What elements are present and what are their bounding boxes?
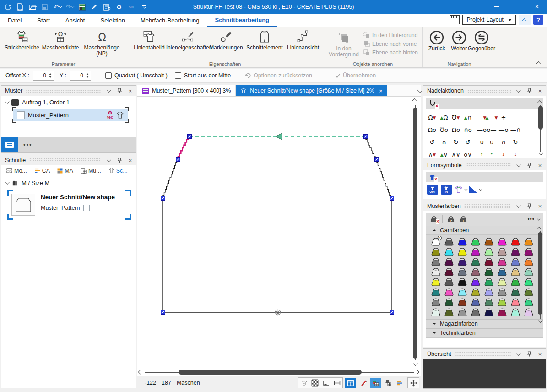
yarn-color-swatch[interactable] — [522, 297, 535, 307]
needle-action-symbol[interactable]: ↓ — [498, 148, 509, 161]
canvas-horizontal-scrollbar[interactable] — [137, 369, 421, 376]
tab-ca[interactable]: CA — [31, 165, 53, 176]
yarn-color-swatch[interactable] — [469, 277, 482, 287]
document-tab-muster-pattern[interactable]: Muster_Pattern [300 x 400] 3% — [137, 85, 236, 96]
scroll-left-icon[interactable] — [138, 370, 143, 375]
settings-gear-icon[interactable]: ⚙ — [114, 1, 125, 12]
document-tab-neuer-schnitt[interactable]: Neuer Schnitt/New shape [Größe M / Size … — [236, 85, 387, 96]
needle-action-symbol[interactable]: ↻ — [509, 136, 521, 148]
color-table-icon[interactable] — [370, 378, 381, 388]
yarn-color-swatch[interactable] — [509, 307, 522, 317]
yarn-color-swatch[interactable] — [429, 287, 442, 297]
panel-pin-icon[interactable] — [525, 87, 533, 95]
size-tree-item[interactable]: M / Size M — [1, 176, 136, 188]
yarn-color-swatch[interactable] — [482, 237, 495, 247]
ribbon-button-linieneigenschaften[interactable]: Linieneigenschaften — [168, 27, 207, 60]
yarn-color-swatch[interactable] — [469, 297, 482, 307]
yarn-color-swatch[interactable] — [522, 287, 535, 297]
vertex-handle[interactable] — [390, 196, 394, 201]
yarn-color-swatch[interactable] — [469, 257, 482, 267]
yarn-color-swatch[interactable] — [429, 267, 442, 277]
shape-edge[interactable] — [178, 136, 190, 159]
yarn-color-swatch[interactable] — [482, 307, 495, 317]
order-tree-item[interactable]: Auftrag 1, Order 1 — [1, 96, 136, 108]
needle-action-symbol[interactable]: ∩ — [438, 136, 450, 148]
cone-table-icon[interactable] — [382, 378, 393, 388]
needle-action-symbol[interactable]: ↻ — [450, 136, 462, 148]
clear-form-symbol-icon[interactable]: × — [429, 174, 436, 181]
ribbon-button-weiter[interactable]: Weiter — [448, 27, 471, 60]
offset-y-input[interactable]: 0 — [70, 71, 91, 81]
yarn-color-swatch[interactable] — [442, 307, 455, 317]
yarn-color-swatch[interactable] — [442, 277, 455, 287]
scroll-down-icon[interactable] — [538, 318, 543, 323]
panel-menu-icon[interactable] — [104, 87, 112, 95]
ribbon-button-in-den-vordergrund[interactable]: In den Vordergrund — [326, 27, 362, 60]
help-button[interactable]: ? — [533, 15, 543, 25]
panel-menu-icon[interactable] — [104, 157, 112, 164]
cone-properties-icon[interactable]: P — [447, 216, 455, 223]
yarn-color-swatch[interactable]: ✓ — [429, 237, 442, 247]
panel-close-icon[interactable]: × — [536, 350, 544, 358]
panel-grip[interactable] — [467, 89, 511, 93]
redo-icon[interactable]: ↷ — [64, 1, 75, 12]
needle-action-symbol[interactable]: o— — [486, 124, 498, 136]
yarn-color-swatch[interactable] — [442, 297, 455, 307]
vertex-handle[interactable] — [161, 196, 165, 201]
yarn-color-swatch[interactable] — [495, 247, 509, 257]
cone-add-icon[interactable]: + — [459, 216, 467, 223]
yarn-color-swatch[interactable] — [522, 267, 535, 277]
report-icon[interactable] — [101, 1, 112, 12]
more-options-icon[interactable]: ••• — [527, 216, 539, 223]
scroll-down-icon[interactable] — [539, 151, 543, 155]
ribbon-button-ebene-nach-hinten[interactable]: Ebene nach hinten — [363, 49, 418, 56]
technikfarben-section-header[interactable]: Technikfarben — [426, 328, 543, 338]
needle-action-symbol[interactable]: Ω▼ — [426, 111, 438, 124]
ribbon-button-zurueck[interactable]: Zurück — [426, 27, 448, 60]
menu-tab-selektion[interactable]: Selektion — [92, 14, 132, 27]
yarn-color-swatch[interactable] — [522, 247, 535, 257]
yarn-color-swatch[interactable] — [455, 287, 469, 297]
ribbon-button-strickbereiche[interactable]: Strickbereiche — [3, 27, 41, 60]
yarn-color-swatch[interactable] — [455, 277, 469, 287]
mitte-checkbox-row[interactable]: Start aus der Mitte — [175, 72, 231, 79]
yarn-color-swatch[interactable] — [429, 257, 442, 267]
yarn-color-swatch[interactable] — [495, 257, 509, 267]
vertex-handle[interactable] — [375, 158, 379, 162]
yarn-color-swatch[interactable] — [509, 257, 522, 267]
shape-edge[interactable] — [163, 159, 178, 198]
pattern-preview-icon[interactable] — [309, 378, 320, 388]
needle-action-symbol[interactable]: ↺ — [462, 136, 474, 148]
yarn-color-swatch[interactable] — [455, 297, 469, 307]
panel-pin-icon[interactable] — [525, 162, 533, 169]
ribbon-collapse-icon[interactable] — [536, 61, 541, 66]
scrollbar-thumb[interactable] — [179, 370, 362, 375]
yarn-color-swatch[interactable] — [442, 267, 455, 277]
list-view-tab[interactable] — [1, 137, 18, 152]
yarn-color-swatch[interactable] — [429, 297, 442, 307]
needle-action-symbol[interactable]: ∩o — [462, 124, 474, 136]
ribbon-button-maschendichte[interactable]: Ω Maschendichte — [41, 27, 80, 60]
clear-needle-action-icon[interactable]: × — [429, 99, 437, 108]
reset-options-button[interactable]: Optionen zurücksetzen — [245, 72, 312, 79]
panel-grip[interactable] — [464, 204, 511, 208]
panel-menu-icon[interactable] — [514, 87, 522, 95]
yarn-color-swatch[interactable] — [455, 237, 469, 247]
yarn-color-swatch[interactable] — [509, 247, 522, 257]
redo-dropdown-icon[interactable] — [71, 5, 74, 8]
undo-icon[interactable]: ↶ — [52, 1, 63, 12]
tab-schnitte[interactable]: Sc... — [105, 165, 131, 176]
panel-close-icon[interactable]: × — [536, 162, 544, 169]
ribbon-button-schnittelement[interactable]: Schnittelement — [245, 27, 284, 60]
yarn-color-swatch[interactable] — [509, 267, 522, 277]
yarn-color-swatch[interactable] — [442, 247, 455, 257]
new-document-icon[interactable] — [15, 1, 26, 12]
scroll-right-icon[interactable] — [415, 370, 420, 375]
panel-pin-icon[interactable] — [115, 87, 123, 95]
more-tab[interactable]: ••• — [18, 137, 32, 152]
tree-expander-icon[interactable] — [5, 180, 10, 185]
menu-tab-mehrfach-bearbeitung[interactable]: Mehrfach-Bearbeitung — [133, 14, 207, 27]
offset-y-spinner[interactable] — [85, 71, 91, 80]
customize-toolbar-icon[interactable] — [138, 1, 149, 12]
yarn-color-swatch[interactable] — [442, 287, 455, 297]
